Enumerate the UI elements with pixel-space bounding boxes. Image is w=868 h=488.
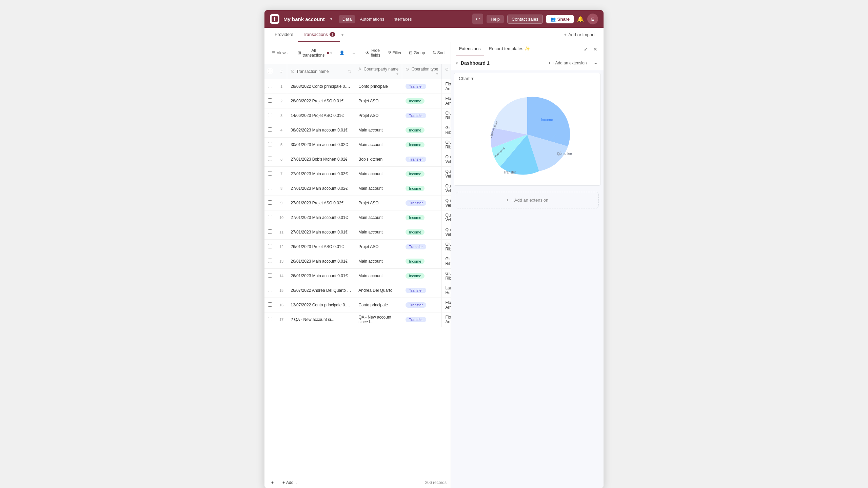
cell-checkbox[interactable] bbox=[264, 138, 276, 152]
sort-button[interactable]: ⇅ Sort bbox=[430, 49, 448, 57]
cell-checkbox[interactable] bbox=[264, 225, 276, 240]
share-button[interactable]: 👥 Share bbox=[546, 15, 574, 23]
row-checkbox[interactable] bbox=[268, 157, 272, 161]
cell-transaction-name[interactable]: 26/01/2023 Main account 0.01€ bbox=[287, 254, 355, 269]
cell-transaction-name[interactable]: 26/01/2023 Projet ASO 0.01€ bbox=[287, 240, 355, 254]
cell-counterparty[interactable]: Main account bbox=[355, 254, 402, 269]
cell-initiator[interactable]: Laurent Huot bbox=[442, 283, 451, 298]
col-counterparty-chevron[interactable]: ▾ bbox=[396, 72, 398, 76]
cell-checkbox[interactable] bbox=[264, 181, 276, 196]
cell-checkbox[interactable] bbox=[264, 269, 276, 283]
cell-counterparty[interactable]: Main account bbox=[355, 181, 402, 196]
cell-checkbox[interactable] bbox=[264, 254, 276, 269]
row-checkbox[interactable] bbox=[268, 200, 272, 205]
row-checkbox[interactable] bbox=[268, 142, 272, 146]
cell-operation-type[interactable]: Income bbox=[402, 225, 442, 240]
cell-operation-type[interactable]: Transfer bbox=[402, 298, 442, 312]
cell-transaction-name[interactable]: 13/07/2022 Conto principale 0.01€ bbox=[287, 298, 355, 312]
cell-initiator[interactable]: Quentin Veletic bbox=[442, 210, 451, 225]
contact-sales-button[interactable]: Contact sales bbox=[507, 15, 543, 24]
cell-transaction-name[interactable]: 28/03/2022 Conto principale 0.01€ bbox=[287, 79, 355, 94]
subnav-transactions[interactable]: Transactions 1 bbox=[298, 28, 340, 42]
cell-operation-type[interactable]: Income bbox=[402, 181, 442, 196]
cell-checkbox[interactable] bbox=[264, 210, 276, 225]
cell-counterparty[interactable]: Projet ASO bbox=[355, 94, 402, 108]
cell-counterparty[interactable]: Main account bbox=[355, 167, 402, 181]
row-checkbox[interactable] bbox=[268, 229, 272, 234]
cell-transaction-name[interactable]: 27/01/2023 Main account 0.02€ bbox=[287, 181, 355, 196]
cell-operation-type[interactable]: Transfer bbox=[402, 79, 442, 94]
cell-operation-type[interactable]: Income bbox=[402, 254, 442, 269]
chevron-btn[interactable]: ⌄ bbox=[349, 49, 358, 57]
nav-automations[interactable]: Automations bbox=[356, 15, 388, 23]
cell-initiator[interactable]: Florian Armand bbox=[442, 312, 451, 327]
row-checkbox[interactable] bbox=[268, 215, 272, 219]
col-initiator[interactable]: ⊙ Initiator ▾ bbox=[442, 64, 451, 79]
cell-operation-type[interactable]: Transfer bbox=[402, 312, 442, 327]
cell-initiator[interactable]: Florian Armand bbox=[442, 79, 451, 94]
cell-transaction-name[interactable]: 27/01/2023 Bob's kitchen 0.02€ bbox=[287, 152, 355, 167]
cell-checkbox[interactable] bbox=[264, 240, 276, 254]
cell-initiator[interactable]: Quentin Veletic bbox=[442, 196, 451, 210]
cell-counterparty[interactable]: Main account bbox=[355, 210, 402, 225]
cell-transaction-name[interactable]: 27/01/2023 Main account 0.01€ bbox=[287, 225, 355, 240]
add-extension-header-button[interactable]: + + Add an extension bbox=[546, 59, 589, 67]
cell-counterparty[interactable]: Bob's kitchen bbox=[355, 152, 402, 167]
cell-counterparty[interactable]: Main account bbox=[355, 225, 402, 240]
col-operation-type[interactable]: ⊙ Operation type ▾ bbox=[402, 64, 442, 79]
add-or-import-button[interactable]: + Add or import bbox=[560, 31, 598, 39]
cell-counterparty[interactable]: Projet ASO bbox=[355, 240, 402, 254]
cell-checkbox[interactable] bbox=[264, 94, 276, 108]
person-icon-btn[interactable]: 👤 bbox=[336, 49, 348, 57]
expand-panel-button[interactable]: ⤢ bbox=[583, 45, 589, 53]
row-checkbox[interactable] bbox=[268, 127, 272, 132]
col-op-chevron[interactable]: ▾ bbox=[436, 72, 438, 76]
cell-counterparty[interactable]: Conto principale bbox=[355, 79, 402, 94]
cell-transaction-name[interactable]: 26/07/2022 Andrea Del Quarto 0... bbox=[287, 283, 355, 298]
cell-counterparty[interactable]: Main account bbox=[355, 138, 402, 152]
cell-initiator[interactable]: Quentin Veletic bbox=[442, 152, 451, 167]
tab-record-templates[interactable]: Record templates ✨ bbox=[486, 42, 534, 56]
notifications-button[interactable]: 🔔 bbox=[577, 16, 584, 22]
cell-initiator[interactable]: Quentin Veletic bbox=[442, 181, 451, 196]
table-row[interactable]: 8 27/01/2023 Main account 0.02€ Main acc… bbox=[264, 181, 451, 196]
filter-button[interactable]: ⧩ Filter bbox=[385, 49, 405, 57]
row-checkbox[interactable] bbox=[268, 113, 272, 117]
all-transactions-button[interactable]: ⊞ All transactions ▾ bbox=[295, 46, 335, 59]
cell-initiator[interactable]: Giulio Ribeiro bbox=[442, 123, 451, 138]
table-row[interactable]: 2 28/03/2022 Projet ASO 0.01€ Projet ASO… bbox=[264, 94, 451, 108]
cell-initiator[interactable]: Giulio Ribeiro bbox=[442, 138, 451, 152]
cell-operation-type[interactable]: Transfer bbox=[402, 240, 442, 254]
cell-checkbox[interactable] bbox=[264, 108, 276, 123]
nav-data[interactable]: Data bbox=[339, 15, 355, 23]
cell-transaction-name[interactable]: 28/03/2022 Projet ASO 0.01€ bbox=[287, 94, 355, 108]
cell-operation-type[interactable]: Income bbox=[402, 167, 442, 181]
table-row[interactable]: 3 14/06/2023 Projet ASO 0.01€ Projet ASO… bbox=[264, 108, 451, 123]
cell-checkbox[interactable] bbox=[264, 196, 276, 210]
cell-operation-type[interactable]: Income bbox=[402, 210, 442, 225]
hide-fields-button[interactable]: 👁 Hide fields bbox=[362, 46, 383, 59]
cell-operation-type[interactable]: Income bbox=[402, 123, 442, 138]
col-transaction-name[interactable]: fx Transaction name ⇅ bbox=[287, 64, 355, 79]
cell-counterparty[interactable]: Projet ASO bbox=[355, 108, 402, 123]
title-chevron-icon[interactable]: ▾ bbox=[330, 17, 332, 21]
cell-initiator[interactable]: Quentin Veletic bbox=[442, 225, 451, 240]
cell-transaction-name[interactable]: 08/02/2023 Main account 0.01€ bbox=[287, 123, 355, 138]
cell-operation-type[interactable]: Transfer bbox=[402, 152, 442, 167]
row-checkbox[interactable] bbox=[268, 317, 272, 321]
cell-initiator[interactable]: Giulio Ribeiro bbox=[442, 108, 451, 123]
select-all-checkbox[interactable] bbox=[268, 69, 272, 73]
cell-counterparty[interactable]: Andrea Del Quarto bbox=[355, 283, 402, 298]
row-checkbox[interactable] bbox=[268, 244, 272, 248]
cell-checkbox[interactable] bbox=[264, 152, 276, 167]
dashboard-collapse-icon[interactable]: ▾ bbox=[456, 61, 458, 66]
cell-checkbox[interactable] bbox=[264, 167, 276, 181]
tab-extensions[interactable]: Extensions bbox=[456, 42, 484, 56]
row-checkbox[interactable] bbox=[268, 302, 272, 307]
table-row[interactable]: 15 26/07/2022 Andrea Del Quarto 0... And… bbox=[264, 283, 451, 298]
table-row[interactable]: 12 26/01/2023 Projet ASO 0.01€ Projet AS… bbox=[264, 240, 451, 254]
cell-initiator[interactable]: Giulio Ribeiro bbox=[442, 254, 451, 269]
row-checkbox[interactable] bbox=[268, 288, 272, 292]
cell-operation-type[interactable]: Transfer bbox=[402, 196, 442, 210]
cell-checkbox[interactable] bbox=[264, 79, 276, 94]
